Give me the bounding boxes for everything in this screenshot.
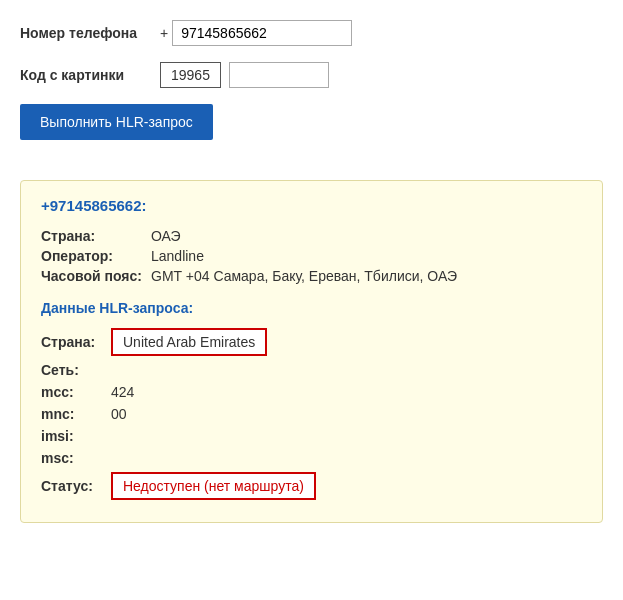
hlr-country-row: Страна: United Arab Emirates (41, 328, 582, 356)
hlr-status-key: Статус: (41, 478, 111, 494)
hlr-network-row: Сеть: (41, 362, 582, 378)
hlr-country-key: Страна: (41, 334, 111, 350)
result-box: +97145865662: Страна: ОАЭ Оператор: Land… (20, 180, 603, 523)
timezone-row: Часовой пояс: GMT +04 Самара, Баку, Ерев… (41, 268, 582, 284)
hlr-mcc-value: 424 (111, 384, 134, 400)
basic-info-section: Страна: ОАЭ Оператор: Landline Часовой п… (41, 228, 582, 284)
hlr-section-title: Данные HLR-запроса: (41, 300, 582, 316)
phone-number-title: +97145865662: (41, 197, 582, 214)
hlr-mcc-row: mcc: 424 (41, 384, 582, 400)
timezone-key: Часовой пояс: (41, 268, 151, 284)
country-row: Страна: ОАЭ (41, 228, 582, 244)
hlr-imsi-key: imsi: (41, 428, 111, 444)
hlr-section: Страна: United Arab Emirates Сеть: mcc: … (41, 328, 582, 500)
phone-input[interactable] (172, 20, 352, 46)
country-key: Страна: (41, 228, 151, 244)
captcha-image: 19965 (160, 62, 221, 88)
hlr-network-key: Сеть: (41, 362, 111, 378)
operator-row: Оператор: Landline (41, 248, 582, 264)
operator-value: Landline (151, 248, 204, 264)
hlr-mnc-value: 00 (111, 406, 127, 422)
hlr-status-value: Недоступен (нет маршрута) (111, 472, 316, 500)
hlr-country-value: United Arab Emirates (111, 328, 267, 356)
hlr-msc-row: msc: (41, 450, 582, 466)
hlr-mnc-row: mnc: 00 (41, 406, 582, 422)
submit-row: Выполнить HLR-запрос (20, 104, 603, 160)
hlr-status-row: Статус: Недоступен (нет маршрута) (41, 472, 582, 500)
hlr-msc-key: msc: (41, 450, 111, 466)
captcha-row: Код с картинки 19965 (20, 62, 603, 88)
operator-key: Оператор: (41, 248, 151, 264)
phone-row: Номер телефона + (20, 20, 603, 46)
captcha-input[interactable] (229, 62, 329, 88)
timezone-value: GMT +04 Самара, Баку, Ереван, Тбилиси, О… (151, 268, 457, 284)
captcha-label: Код с картинки (20, 67, 160, 83)
hlr-mcc-key: mcc: (41, 384, 111, 400)
phone-plus: + (160, 25, 168, 41)
phone-label: Номер телефона (20, 25, 160, 41)
hlr-imsi-row: imsi: (41, 428, 582, 444)
hlr-mnc-key: mnc: (41, 406, 111, 422)
submit-button[interactable]: Выполнить HLR-запрос (20, 104, 213, 140)
country-value: ОАЭ (151, 228, 181, 244)
